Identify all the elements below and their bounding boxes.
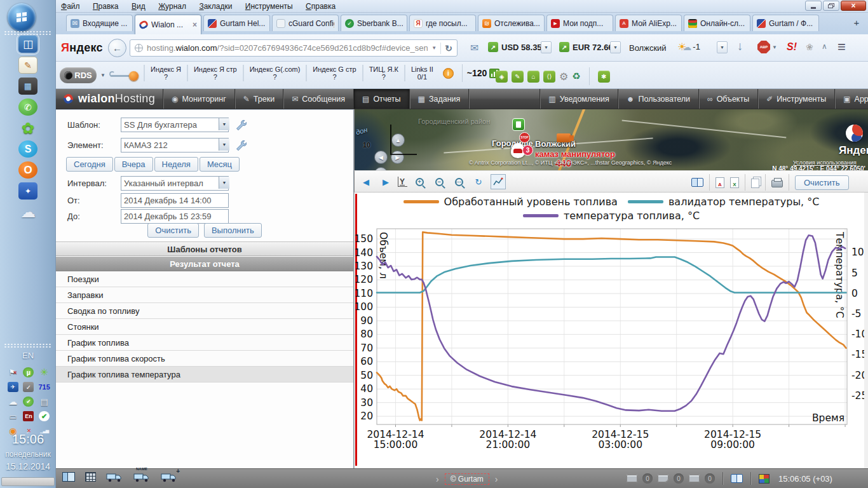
media-icon[interactable] [689,475,700,482]
recycle-icon[interactable]: ♻ [572,71,580,82]
yandex-maps-logo-icon[interactable] [846,125,863,142]
browser-tab[interactable]: Онлайн-сл... [684,15,750,31]
nav-item-notifications[interactable]: ▥Уведомления [539,89,618,109]
browser-tab[interactable]: Gurtam Hel... [203,15,270,31]
report-result-item[interactable]: Стоянки [56,319,353,335]
tab-close-icon[interactable]: × [193,20,197,29]
show-unit-names-icon[interactable]: NAME [133,471,151,482]
seo-indicator[interactable]: Links II0/1 [404,65,439,81]
blue-app-icon[interactable]: ✦ [18,182,37,200]
export-excel-icon[interactable]: X [730,177,739,188]
calculator-icon[interactable]: ▦ [18,78,37,95]
s-extension-icon[interactable]: S! [787,41,797,53]
menu-history[interactable]: Журнал [153,1,191,12]
url-bar[interactable]: hosting.wialon.com/?sid=0207c67694936c74… [130,39,458,57]
notices-icon[interactable] [627,475,637,482]
chevron-down-icon[interactable]: ▼ [219,177,229,189]
from-input[interactable]: 2014 Декабрь 14 14:00 [121,193,229,208]
utorrent-icon[interactable]: µ [23,367,34,377]
template-select[interactable]: SS Для бухгалтера [121,118,229,132]
nav-item-messages[interactable]: ✉Сообщения [283,89,353,109]
fuel-station-icon[interactable] [512,118,525,131]
close-button[interactable]: × [841,1,866,11]
month-button[interactable]: Месяц [200,157,240,172]
chart-plot[interactable]: 2030405060708090100110120130140150-25-20… [355,193,868,468]
code-icon[interactable]: ⟨⟩ [543,71,555,83]
hamburger-menu-icon[interactable]: ≡ [837,39,846,55]
mail-agent-icon[interactable]: ✈ [8,382,18,392]
page-prev-button[interactable]: ◀ [358,174,374,189]
chevron-down-icon[interactable]: ▼ [219,118,229,130]
stop-sign-icon[interactable]: STOP [519,132,530,143]
nav-item-users[interactable]: ☻Пользователи [618,89,698,109]
menu-edit[interactable]: Правка [88,1,124,12]
report-result-item[interactable]: Поездки [56,271,353,287]
icq-icon[interactable]: ✿ [18,119,37,137]
unit-message-badge[interactable]: 3 [522,145,533,156]
report-result-item[interactable]: График топлива [56,335,353,351]
notepad-icon[interactable]: ✎ [18,57,37,74]
info-icon[interactable]: i [443,68,454,79]
browser-tab[interactable]: Gurtam / Ф... [752,15,819,31]
guide-book-icon[interactable] [731,474,743,483]
result-header[interactable]: Результат отчета [56,257,353,271]
rds-dropdown-icon[interactable]: ▼ [100,72,105,78]
action-center-icon[interactable]: ⚑✕ [8,367,18,377]
adblock-dropdown[interactable]: ▼ [772,44,777,50]
skype-icon[interactable]: S [18,140,37,158]
browser-tab[interactable]: ✉Входящие ... [66,15,133,31]
seo-indicator[interactable]: Индекс Я стр? [187,65,243,81]
zoom-out-button[interactable]: − [431,174,447,189]
clipboard-icon[interactable]: ▤ [39,396,50,407]
interval-select[interactable]: Указанный интервал [121,176,229,191]
reload-icon[interactable]: ↻ [445,43,452,53]
keyboard-layout-badge[interactable]: En [23,411,34,421]
templates-header[interactable]: Шаблоны отчетов [56,241,353,256]
collapse-icon[interactable]: ∧ [822,42,827,51]
seo-indicator[interactable]: Индекс Я? [144,65,187,81]
page-next-button[interactable]: ▶ [378,174,393,189]
display-icon[interactable]: ▭ [8,411,18,421]
browser-tab[interactable]: AМой AliExp... [615,15,682,31]
messages-icon[interactable] [658,475,668,482]
language-indicator[interactable]: EN [0,351,56,360]
gear-icon[interactable]: ⚙ [559,71,568,83]
chevron-down-icon[interactable]: ▼ [219,139,229,151]
menu-bookmarks[interactable]: Закладки [194,1,237,12]
print-icon[interactable] [771,180,783,187]
copy-icon[interactable] [751,179,759,188]
layout-panels-icon[interactable] [62,472,75,482]
weather-widget[interactable]: ☀☁-1 [677,41,700,53]
nav-item-apps[interactable]: ▣Apps [834,89,868,109]
execute-button[interactable]: Выполнить [204,223,262,238]
seo-indicator[interactable]: Индекс G(.com)? [243,65,306,81]
downloads-icon[interactable]: ↓ [737,39,743,53]
antivirus-icon[interactable]: ✔ [23,396,34,407]
nav-item-tracks[interactable]: ✎Треки [234,89,283,109]
edit-icon[interactable]: ✎ [512,71,524,83]
nav-item-units[interactable]: ∞Объекты [698,89,757,109]
usd-rate-widget[interactable]: ↗USD 58.35 [488,42,542,52]
minimize-button[interactable] [805,1,822,11]
map[interactable]: Городищенский район дон ▲ ◀ ▶ ▼ 10 Город… [354,109,868,170]
menu-file[interactable]: Файл [56,1,85,12]
map-pan-left-button[interactable]: ◀ [374,151,388,164]
menu-view[interactable]: Вид [126,1,151,12]
legend-book-icon[interactable] [691,178,703,187]
gurtam-copyright[interactable]: © Gurtam [445,473,489,485]
back-button[interactable]: ← [108,39,126,57]
new-tab-button[interactable]: + [849,17,864,31]
nav-item-monitoring[interactable]: ◉Мониторинг [163,89,234,109]
browser-tab[interactable]: ✓Sberbank B... [341,15,407,31]
restore-button[interactable] [823,1,839,11]
folder-icon[interactable]: ◫ [18,36,37,53]
report-result-item[interactable]: График топлива скорость [56,351,353,367]
wrench-icon[interactable] [235,139,247,151]
menu-help[interactable]: Справка [301,1,341,12]
cloud-icon[interactable]: ☁ [18,203,37,220]
clear-form-button[interactable]: Очистить [147,223,199,238]
nav-item-reports[interactable]: ▤Отчеты [353,89,409,109]
wialon-logo[interactable]: wialonHosting [56,89,163,109]
url-text[interactable]: hosting.wialon.com/?sid=0207c67694936c74… [147,43,428,53]
yandex-logo[interactable]: Яндекс [61,41,103,55]
